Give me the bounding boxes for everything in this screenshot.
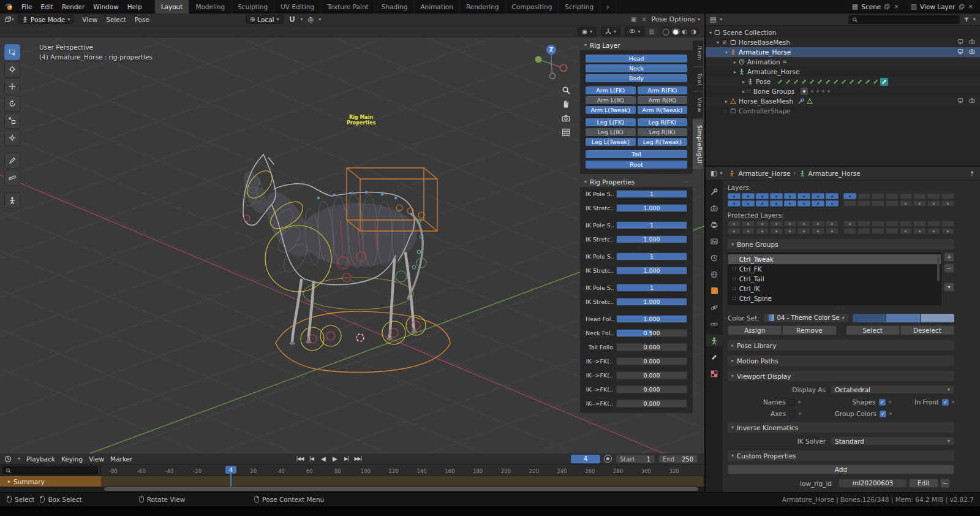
bone-icon[interactable]	[793, 78, 799, 85]
outliner-row-bone-groups[interactable]: ▸ ∷ Bone Groups	[706, 86, 980, 96]
ik-fk-slider[interactable]: 0.000	[616, 371, 687, 379]
rig-layer-head[interactable]: Head	[586, 55, 687, 63]
mode-selector[interactable]: Pose Mode ▾	[18, 15, 74, 24]
armature-layer-toggle[interactable]	[756, 221, 769, 227]
hide-viewport-icon[interactable]	[957, 39, 963, 45]
armature-layer-toggle[interactable]	[927, 221, 940, 227]
viewport-display-panel-header[interactable]: ▾Viewport Display	[728, 371, 954, 381]
workspace-tab-scripting[interactable]: Scripting	[559, 0, 600, 13]
ik-stretch-slider[interactable]: 1.000	[616, 267, 687, 275]
bone-group-ctrl-tweak[interactable]: ∷Ctrl_Tweak	[728, 254, 941, 264]
pan-hand-icon[interactable]	[562, 100, 570, 108]
outliner-row-animation[interactable]: ▸ Animation ≡	[706, 57, 980, 67]
prev-keyframe-button[interactable]: |◀	[306, 456, 316, 461]
remove-bone-group-button[interactable]: −	[944, 264, 954, 273]
end-frame-field[interactable]: End250	[658, 455, 698, 463]
bone-icon[interactable]	[832, 78, 839, 85]
outliner-row-pose[interactable]: ▸ Pose	[706, 77, 980, 86]
tool-scale[interactable]	[4, 113, 20, 129]
armature-layer-toggle[interactable]	[941, 200, 954, 207]
blender-logo-icon[interactable]	[5, 2, 13, 11]
rig-layer-arm-l-tweak[interactable]: Arm L(Tweak)	[586, 106, 636, 114]
resize-grip[interactable]: ∷∷	[728, 305, 954, 311]
bone-group-ctrl-ik[interactable]: ∷Ctrl_IK	[728, 284, 941, 294]
disable-render-icon[interactable]	[969, 48, 975, 55]
panel-options-icon[interactable]: ⋯	[683, 179, 688, 185]
camera-view-icon[interactable]	[562, 114, 570, 123]
rig-layer-root[interactable]: Root	[586, 161, 687, 169]
armature-layer-toggle[interactable]	[927, 193, 940, 199]
bone-icon[interactable]	[809, 78, 815, 85]
selected-bone-icon[interactable]	[880, 78, 888, 86]
bone-groups-panel-header[interactable]: ▾Bone Groups	[728, 239, 954, 249]
menu-file[interactable]: File	[17, 0, 37, 13]
armature-layer-toggle[interactable]	[770, 228, 783, 234]
tool-box-select[interactable]	[4, 44, 20, 60]
playhead-frame-badge[interactable]: 4	[225, 466, 236, 474]
outliner-row-horsebasemesh-collection[interactable]: ▾ ✓ HorseBaseMesh	[706, 37, 980, 47]
armature-layer-toggle[interactable]	[900, 221, 913, 227]
outliner-search-input[interactable]	[860, 16, 956, 23]
proportional-editing-icon[interactable]: ◎	[308, 15, 314, 23]
shapes-checkbox[interactable]: ✓	[879, 399, 886, 406]
outliner-row-armature-data[interactable]: ▸ Armature_Horse	[706, 67, 980, 77]
armature-layer-toggle[interactable]	[728, 221, 741, 227]
rig-layer-arm-r-ik[interactable]: Arm R(IK)	[638, 96, 688, 104]
workspace-tab-texture-paint[interactable]: Texture Paint	[321, 0, 375, 13]
armature-layer-toggle[interactable]	[872, 200, 884, 207]
armature-layer-toggle[interactable]	[843, 221, 856, 227]
inverse-kinematics-panel-header[interactable]: ▾Inverse Kinematics	[728, 422, 954, 433]
bone-icon[interactable]	[840, 78, 847, 85]
rig-layer-arm-r-fk[interactable]: Arm R(FK)	[638, 86, 688, 94]
list-scrollbar[interactable]	[937, 256, 940, 281]
jump-to-end-button[interactable]: ▶▶|	[353, 456, 363, 461]
rig-layer-leg-l-tweak[interactable]: Leg L(Tweak)	[586, 138, 636, 146]
armature-layer-toggle[interactable]	[843, 228, 856, 234]
expand-icon[interactable]: ▾	[709, 30, 712, 36]
filter-icon[interactable]	[963, 17, 970, 23]
bone-icon[interactable]	[848, 78, 855, 85]
collection-checkbox[interactable]	[722, 108, 728, 114]
tool-transform[interactable]	[4, 130, 20, 146]
ik-solver-dropdown[interactable]: Standard ▾	[831, 436, 954, 446]
custom-properties-panel-header[interactable]: ▾Custom Properties	[728, 450, 954, 461]
rig-layer-arm-l-fk[interactable]: Arm L(FK)	[586, 86, 636, 94]
jump-to-start-button[interactable]: |◀◀	[295, 456, 304, 461]
armature-layer-toggle[interactable]	[812, 228, 824, 234]
armature-layer-toggle[interactable]	[941, 228, 954, 234]
add-custom-property-button[interactable]: Add	[728, 465, 954, 474]
timeline-scrollbar-thumb[interactable]	[104, 487, 698, 491]
ortho-toggle-icon[interactable]	[562, 128, 570, 137]
armature-layer-toggle[interactable]	[872, 193, 884, 199]
unlink-scene-icon[interactable]: ×	[893, 3, 899, 10]
armature-layer-toggle[interactable]	[886, 221, 899, 227]
timeline-menu-view[interactable]: View	[89, 455, 104, 463]
motion-paths-panel-header[interactable]: ▸Motion Paths	[728, 355, 954, 366]
outliner-row-horse-basemesh[interactable]: ▸ Horse_BaseMesh	[706, 96, 980, 106]
timeline-menu-marker[interactable]: Marker	[110, 455, 132, 463]
armature-layer-toggle[interactable]	[826, 193, 839, 199]
breadcrumb-object[interactable]: Armature_Horse	[738, 170, 790, 177]
expand-icon[interactable]: ▸	[734, 69, 736, 75]
ik-stretch-slider[interactable]: 1.000	[616, 204, 687, 212]
armature-layer-toggle[interactable]	[826, 221, 839, 227]
pose-options-dropdown[interactable]: Pose Options ▾	[652, 15, 700, 23]
deselect-button[interactable]: Deselect	[900, 325, 954, 335]
summary-keyframe-strip[interactable]	[101, 476, 703, 487]
overlays-dropdown[interactable]: ▾	[625, 27, 644, 36]
channel-search-input[interactable]	[13, 467, 95, 474]
armature-layer-toggle[interactable]	[872, 221, 884, 227]
armature-layer-toggle[interactable]	[756, 228, 769, 234]
outliner-search-box[interactable]	[848, 15, 960, 24]
armature-layer-toggle[interactable]	[858, 221, 870, 227]
channel-search-box[interactable]	[2, 466, 98, 474]
hide-viewport-icon[interactable]	[957, 97, 963, 104]
color-active-swatch[interactable]	[921, 314, 954, 322]
collection-checkbox[interactable]: ✓	[722, 39, 728, 45]
workspace-tab-uv-editing[interactable]: UV Editing	[274, 0, 321, 13]
timeline-menu-playback[interactable]: Playback	[26, 455, 55, 463]
remove-button[interactable]: Remove	[782, 325, 836, 335]
menu-render[interactable]: Render	[58, 0, 89, 13]
auto-keying-button[interactable]	[604, 455, 612, 463]
rig-layer-leg-r-fk[interactable]: Leg R(FK)	[638, 118, 688, 126]
